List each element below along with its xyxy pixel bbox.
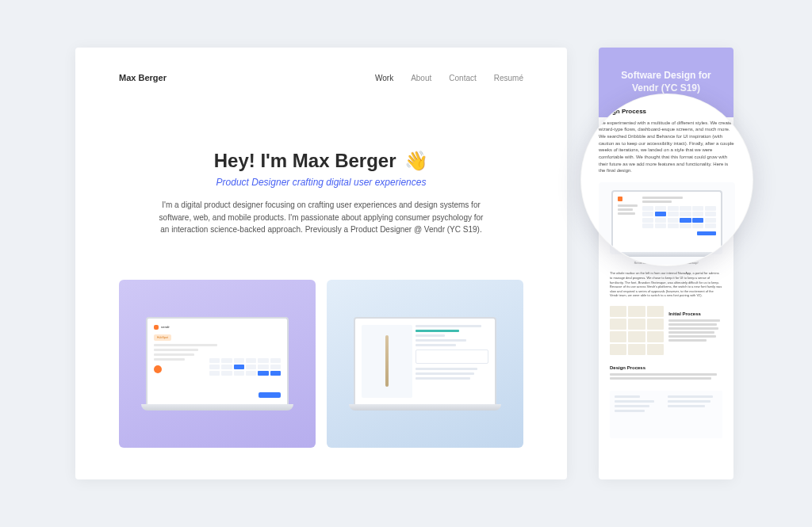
ui-flow-section: Initial Process (610, 306, 722, 355)
initial-process-title: Initial Process (668, 311, 722, 317)
product-image (362, 325, 412, 398)
nav-links: Work About Contact Resumé (375, 74, 523, 82)
magnifier-lens: Design Process We experimented with a mu… (580, 94, 753, 266)
hero-subtitle: Product Designer crafting digital user e… (147, 177, 496, 188)
portfolio-page: Max Berger Work About Contact Resumé Hey… (75, 48, 567, 479)
laptop-mockup: vendr HubSpot (146, 317, 289, 411)
primary-button (259, 392, 281, 398)
hero-title-text: Hey! I'm Max Berger (214, 150, 396, 171)
pen-icon (385, 335, 389, 386)
nav-link-resume[interactable]: Resumé (494, 74, 523, 82)
project-tile-vendr[interactable]: vendr HubSpot (119, 280, 316, 448)
hero-body: I'm a digital product designer focusing … (155, 199, 488, 236)
vendr-brand: vendr (161, 325, 170, 329)
hero-section: Hey! I'm Max Berger 👋 Product Designer c… (75, 82, 567, 236)
top-nav: Max Berger Work About Contact Resumé (75, 48, 567, 82)
brand-name[interactable]: Max Berger (119, 73, 167, 82)
laptop-screen (611, 190, 722, 252)
design-process-2-title: Design Process (610, 365, 722, 371)
nav-link-about[interactable]: About (411, 74, 431, 82)
paragraph: The whole navbar on the left is from our… (610, 271, 722, 298)
hero-title: Hey! I'm Max Berger 👋 (147, 150, 496, 172)
laptop-screen: vendr HubSpot (146, 317, 289, 404)
logo-icon (618, 197, 622, 201)
primary-button (697, 231, 716, 235)
laptop-base (141, 404, 293, 411)
mag-title: Design Process (599, 107, 735, 116)
projects-row: vendr HubSpot (75, 236, 567, 448)
project-tile-product[interactable] (327, 280, 523, 448)
mag-body: We experimented with a multitude of diff… (599, 120, 735, 175)
laptop-mockup (611, 190, 722, 257)
logo-icon (154, 325, 159, 330)
avatar-icon (154, 365, 162, 373)
laptop-base (349, 404, 501, 411)
laptop-mockup (354, 317, 496, 411)
final-preview (610, 391, 722, 438)
laptop-screen (354, 317, 496, 404)
nav-link-work[interactable]: Work (375, 74, 393, 82)
case-study-title: Software Design for Vendr (YC S19) (610, 70, 722, 94)
wireframe-grid (610, 306, 664, 355)
nav-link-contact[interactable]: Contact (449, 74, 476, 82)
hubspot-badge: HubSpot (154, 334, 171, 341)
wave-icon: 👋 (404, 150, 428, 172)
